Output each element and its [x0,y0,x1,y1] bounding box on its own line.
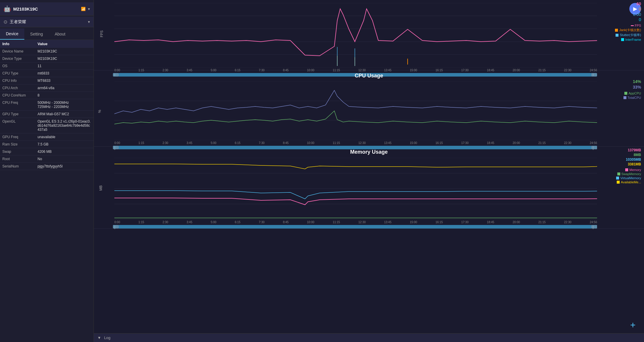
info-label: CPU Arch [0,84,35,92]
interframe-current-value: 0 [639,17,641,22]
virtual-legend-label: VirtualMemory [620,176,641,180]
app-name-display: ⊙ 王者荣耀 [4,19,26,25]
table-row: Device NameM2103K19C [0,48,94,55]
table-row: Swap4206 MB [0,148,94,155]
info-label: OpenGL [0,118,35,133]
table-row: CPU InfoMT6833 [0,77,94,84]
table-row: OpenGLOpenGL ES 3.2 v1.r26p0-01eac0.db14… [0,118,94,133]
info-value: unavailable [35,133,94,141]
sidebar: 🤖 M2103K19C 📶 ▾ ⊙ 王者荣耀 ▾ Device Setting … [0,0,94,342]
table-row: CPU CoreNum8 [0,92,94,99]
info-value: arm64-v8a [35,84,94,92]
memory-current-value: 1379MB [628,148,641,152]
memory-scroll-thumb[interactable] [119,225,591,228]
table-row: RootNo [0,155,94,163]
table-row: CPU Archarm64-v8a [0,84,94,92]
table-row: Ram Size7.5 GB [0,141,94,148]
fps-y-label: FPS [100,31,104,37]
info-value: 8 [35,92,94,99]
memory-legend: 1379MB 8MB 10305MB 3381MB Memory SwapMem… [616,148,641,184]
plus-button[interactable]: + [628,320,638,330]
info-label: CPU Freq [0,99,35,111]
info-label: Device Type [0,55,35,62]
col-value-header: Value [35,40,94,48]
fps-current-value: 60 [636,1,641,6]
info-label: CPU Info [0,77,35,84]
cpu-legend: 14% 33% AppCPU TotalCPU [623,79,641,99]
table-row: CPU Typemt6833 [0,70,94,77]
fps-chart-svg: 125 100 75 50 25 0 [114,3,597,67]
info-value: M2103K19C [35,48,94,55]
available-current-value: 3381MB [628,162,641,166]
available-legend-label: AvailableMe... [621,180,641,184]
table-row: CPU Freq500MHz - 2000MHz 725MHz - 2203MH… [0,99,94,111]
memory-legend-label: Memory [629,168,641,172]
info-label: CPU CoreNum [0,92,35,99]
app-selector[interactable]: ⊙ 王者荣耀 ▾ [0,17,94,27]
info-label: Swap [0,148,35,155]
info-label: Device Name [0,48,35,55]
swap-current-value: 8MB [634,153,641,157]
virtual-current-value: 10305MB [626,158,641,162]
swap-legend-label: SwapMemory [621,172,641,176]
table-row: Device TypeM2103K19C [0,55,94,62]
tab-device[interactable]: Device [0,28,24,40]
fps-legend: 60 0 0.00 0 FPS Jank(卡顿次数) Stutter(卡顿率) … [615,1,641,41]
app-cpu-value: 14% [633,79,641,84]
tab-about[interactable]: About [49,28,71,40]
memory-chart-title: Memory Usage [94,147,644,156]
info-label: OS [0,62,35,70]
info-value: pjgy7ttsfygyyh5l [35,163,94,170]
device-selector[interactable]: 🤖 M2103K19C 📶 ▾ [0,2,94,16]
memory-chart-section: Memory Usage MB 4,000 3,000 2,000 1,000 … [94,147,644,229]
device-name-text: M2103K19C [13,6,38,11]
fps-legend-label: FPS [635,24,641,27]
cpu-chart-svg: 75 50 25 0 [114,82,597,140]
stutter-current-value: 0.00 [633,12,641,17]
device-name-display: 🤖 M2103K19C [4,5,38,12]
main-content: ▶ FPS 125 100 75 50 25 0 [94,0,644,342]
wifi-icon: 📶 [81,7,86,11]
memory-y-label: MB [99,185,103,191]
info-value: OpenGL ES 3.2 v1.r26p0-01eac0.db14d76a92… [35,118,94,133]
jank-current-value: 0 [639,7,641,11]
info-table: Info Value Device NameM2103K19CDevice Ty… [0,40,94,342]
info-value: 7.5 GB [35,141,94,148]
info-value: No [35,155,94,163]
info-value: 500MHz - 2000MHz 725MHz - 2203MHz [35,99,94,111]
app-dropdown-arrow[interactable]: ▾ [88,20,90,24]
info-label: GPU Type [0,111,35,118]
cpu-chart-section: CPU Usage % 75 50 25 0 14% 33% AppCPU [94,70,644,147]
totalcpu-legend-label: TotalCPU [628,96,641,99]
col-info-header: Info [0,40,35,48]
memory-scrollbar[interactable]: ⋮ ⋮ [113,225,597,228]
tab-setting[interactable]: Setting [24,28,49,40]
fps-chart-section: FPS 125 100 75 50 25 0 [94,0,644,70]
jank-legend-label: Jank(卡顿次数) [619,28,641,32]
table-row: GPU TypeARM Mali-G57 MC2 [0,111,94,118]
log-label: Log [104,336,111,340]
cpu-chart-title: CPU Usage [94,70,644,80]
info-label: GPU Freq [0,133,35,141]
table-row: OS11 [0,62,94,70]
table-row: GPU Frequnavailable [0,133,94,141]
stutter-legend-label: Stutter(卡顿率) [620,33,641,37]
info-value: M2103K19C [35,55,94,62]
info-label: CPU Type [0,70,35,77]
memory-chart-svg: 4,000 3,000 2,000 1,000 0 [114,158,597,219]
info-value: ARM Mali-G57 MC2 [35,111,94,118]
memory-scroll-right-handle[interactable]: ⋮ [591,225,597,228]
log-toggle-icon[interactable]: ▼ [97,336,101,340]
cpu-y-label: % [98,110,102,113]
app-name-text: 王者荣耀 [10,19,26,25]
total-cpu-value: 33% [633,85,641,89]
memory-scroll-left-handle[interactable]: ⋮ [113,225,119,228]
info-label: SerialNum [0,163,35,170]
info-value: 4206 MB [35,148,94,155]
cpu-x-axis: 0:001:152:303:455:006:157:308:4510:0011:… [114,141,597,145]
app-icon: ⊙ [4,19,7,25]
log-bar: ▼ Log [94,333,644,342]
device-dropdown-arrow[interactable]: ▾ [88,7,90,11]
android-icon: 🤖 [4,5,11,12]
tab-bar: Device Setting About [0,28,94,40]
